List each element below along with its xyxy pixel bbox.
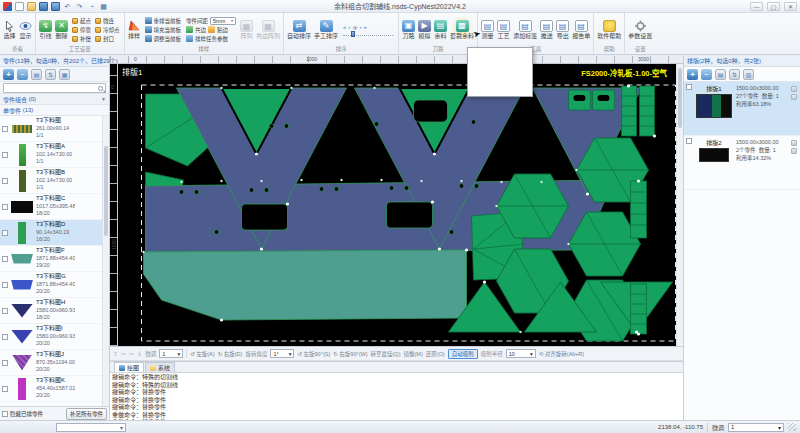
nudge-down-icon[interactable]: ⇩ xyxy=(137,350,142,357)
nesting-canvas[interactable] xyxy=(118,64,676,346)
nudge-up-icon[interactable]: ⇧ xyxy=(113,350,118,357)
process-option-button[interactable]: 冷却点 xyxy=(95,25,120,34)
snap-radius-combo[interactable]: 10▾ xyxy=(506,349,536,358)
resize-grip[interactable] xyxy=(788,423,796,431)
nest-stack-button[interactable]: 重排当前板 xyxy=(145,17,182,25)
nest-button[interactable]: 排样 xyxy=(127,14,142,45)
snapedge-button[interactable]: 贴边 xyxy=(217,26,228,34)
sequence-slider-thumb[interactable] xyxy=(351,31,355,37)
machine-icon[interactable] xyxy=(791,140,797,146)
process-option-button[interactable]: 封口 xyxy=(95,34,120,43)
parts-scrollbar-thumb[interactable] xyxy=(104,146,108,236)
tool-button[interactable]: ▤ 测量 xyxy=(480,14,495,45)
settings-button[interactable]: 参数设置 xyxy=(627,14,653,45)
single-parts-row[interactable]: 单零件 (13) xyxy=(0,105,109,116)
part-list-item[interactable]: T3下料图H 1580.00x960.93 18/20 xyxy=(0,298,102,324)
part-list-item[interactable]: T3下料图J 870.35x1194.00 20/20 xyxy=(0,350,102,376)
seq-next-icon[interactable]: › xyxy=(359,24,361,31)
seq-pick-icon[interactable]: ✛ xyxy=(352,24,357,31)
remnant-button[interactable]: ▤ 余料 xyxy=(433,14,448,45)
spacing-combo[interactable]: 5mm▾ xyxy=(210,17,236,25)
part-list-item[interactable]: T3下料图D 90.14x340.19 16/20 xyxy=(0,220,102,246)
remove-sheet-button[interactable]: − xyxy=(701,69,712,80)
part-list-item[interactable]: T3下料图K 454.40x1587.02 20/20 xyxy=(0,376,102,402)
nudge-combo[interactable]: 1▾ xyxy=(159,349,183,358)
part-list-item[interactable]: T3下料图 261.00x90.14 1/1 xyxy=(0,116,102,142)
seq-prev-icon[interactable]: ‹ xyxy=(348,24,350,31)
tab-system[interactable]: 系统 xyxy=(145,362,175,372)
rotate-left-90-button[interactable]: ↺ 左旋90°(S) xyxy=(297,350,330,358)
remnant-cutting-dropdown[interactable] xyxy=(467,47,533,97)
process-option-button[interactable]: 起点 xyxy=(72,16,91,25)
nudge-right-icon[interactable]: ⇨ xyxy=(129,350,134,357)
add-sheet-button[interactable]: + xyxy=(687,69,698,80)
part-checkbox[interactable] xyxy=(2,308,8,314)
part-list-item[interactable]: T3下料图F 1871.88x454.40 19/20 xyxy=(0,246,102,272)
search-input[interactable] xyxy=(3,83,106,93)
array-button[interactable]: ▦ 阵列 xyxy=(239,14,254,45)
machine-icon[interactable] xyxy=(791,86,797,92)
part-checkbox[interactable] xyxy=(2,334,8,340)
remove-part-button[interactable]: − xyxy=(17,69,28,80)
part-group-combo[interactable]: 零件组合 (0) ▼ xyxy=(0,94,109,105)
part-list-item[interactable]: T3下料图G 1871.88x454.40 20/20 xyxy=(0,272,102,298)
part-checkbox[interactable] xyxy=(2,386,8,392)
process-option-button[interactable]: 补偿 xyxy=(72,34,91,43)
canvas-scrollbar-thumb[interactable] xyxy=(678,68,682,128)
hide-placed-checkbox[interactable]: 隐藏已排零件 xyxy=(2,410,43,418)
minimize-button[interactable]: — xyxy=(750,2,763,11)
parts-scrollbar[interactable] xyxy=(102,116,109,406)
maximize-button[interactable]: ▢ xyxy=(767,2,780,11)
help-button[interactable]: 软件帮助 xyxy=(596,14,622,45)
tool-button[interactable]: ▤ 添加标签 xyxy=(512,14,538,45)
close-button[interactable]: ✕ xyxy=(784,2,797,11)
part-checkbox[interactable] xyxy=(2,126,8,132)
lead-line-button[interactable]: ↯ 引线 xyxy=(38,14,53,45)
delete-button[interactable]: ✕ 删除 xyxy=(54,14,69,45)
tool-button[interactable]: ▤ 导出 xyxy=(555,14,570,45)
part-checkbox[interactable] xyxy=(2,152,8,158)
part-checkbox[interactable] xyxy=(2,282,8,288)
rotate-right-90-button[interactable]: ↻ 右旋90°(W) xyxy=(333,350,367,358)
seq-last-icon[interactable]: » xyxy=(363,24,366,31)
part-checkbox[interactable] xyxy=(2,204,8,210)
seq-first-icon[interactable]: « xyxy=(343,24,346,31)
sequence-slider[interactable] xyxy=(343,33,393,36)
sheet-checkbox[interactable] xyxy=(686,84,692,90)
simulate-button[interactable]: ▶ 模拟 xyxy=(417,14,432,45)
mirror-button[interactable]: 镜像(M) xyxy=(403,350,422,358)
part-list-item[interactable]: T3下料图B 102.14x730.00 1/1 xyxy=(0,168,102,194)
nest-task-button[interactable]: 排样任务参数 xyxy=(186,35,236,43)
part-checkbox[interactable] xyxy=(2,360,8,366)
align-rotate-button[interactable]: ⟲ 对齐旋转(Alt+R) xyxy=(539,350,584,358)
rotate-left-button[interactable]: ↺ 左旋(A) xyxy=(190,350,214,358)
status-combo[interactable]: ▾ xyxy=(56,423,126,432)
tab-draw[interactable]: 绘图 xyxy=(114,362,144,372)
calc-parts-icon[interactable]: ▦ xyxy=(59,69,70,80)
select-button[interactable]: 选择 xyxy=(2,14,17,45)
status-nudge-combo[interactable]: 1▾ xyxy=(728,423,784,432)
nudge-left-icon[interactable]: ⇦ xyxy=(121,350,126,357)
sheet-list-icon[interactable]: ▤ xyxy=(715,69,726,80)
auto-snap-toggle[interactable]: 自动吸附 xyxy=(448,349,478,359)
manual-sort-button[interactable]: ✎ 手工排序 xyxy=(313,14,339,45)
fill-all-parts-button[interactable]: 补足所有零件 xyxy=(66,408,107,420)
sort-parts-icon[interactable]: ⇅ xyxy=(45,69,56,80)
restore-button[interactable]: 还原(O) xyxy=(426,350,445,358)
rotate-right-button[interactable]: ↻ 右旋(D) xyxy=(218,350,243,358)
toolpath-button[interactable]: ▣ 刀路 xyxy=(401,14,416,45)
add-part-button[interactable]: + xyxy=(3,69,14,80)
process-option-button[interactable]: 停靠 xyxy=(72,25,91,34)
sheet-save-icon[interactable]: ▥ xyxy=(743,69,754,80)
sheet-checkbox[interactable] xyxy=(686,138,692,144)
tool-button[interactable]: ▤ 推送 xyxy=(539,14,554,45)
sheet-sort-icon[interactable]: ⇅ xyxy=(729,69,740,80)
process-option-button[interactable]: 微连 xyxy=(95,16,120,25)
tool-button[interactable]: ▤ 工艺 xyxy=(496,14,511,45)
export-icon[interactable] xyxy=(791,148,797,154)
part-checkbox[interactable] xyxy=(2,178,8,184)
rotate-best-button[interactable]: 转至最佳(Q) xyxy=(371,350,401,358)
sheet-list-item[interactable]: 排版1 1500.00x3000.00 27个零件 数量: 1 利用率63.18… xyxy=(684,82,800,136)
part-list-item[interactable]: T3下料图C 1017.05x395.48 18/20 xyxy=(0,194,102,220)
display-button[interactable]: 显示 xyxy=(18,14,33,45)
